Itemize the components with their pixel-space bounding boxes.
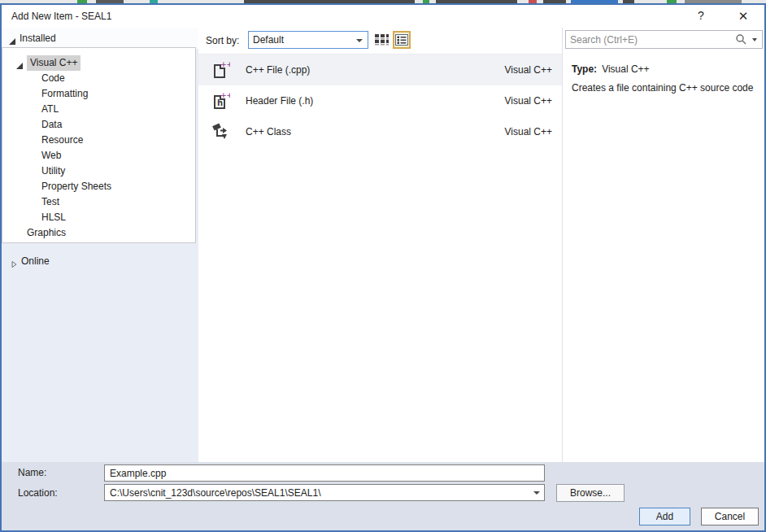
type-value: Visual C++: [602, 63, 649, 75]
template-name[interactable]: C++ File (.cpp): [246, 64, 310, 76]
tree-node-label[interactable]: Resource: [41, 133, 83, 148]
name-input[interactable]: [104, 464, 545, 482]
add-button[interactable]: Add: [639, 508, 690, 525]
tree-node-web[interactable]: Web: [2, 148, 195, 164]
search-input[interactable]: [570, 32, 733, 47]
location-label: Location:: [18, 487, 58, 499]
sort-by-label: Sort by:: [206, 35, 239, 46]
tree-node-installed[interactable]: Installed: [8, 31, 56, 46]
tree-node-visual-cpp[interactable]: Visual C++: [2, 55, 195, 71]
category-tree-pane: Installed Visual C++ Code Formatting ATL…: [2, 28, 198, 462]
tree-node-label[interactable]: Utility: [41, 164, 65, 179]
search-icon[interactable]: [735, 33, 747, 48]
sort-by-dropdown[interactable]: Default: [248, 31, 368, 49]
details-pane: Type:Visual C++ Creates a file containin…: [564, 28, 764, 462]
template-row-header-file[interactable]: h ++ Header File (.h) Visual C++: [198, 85, 562, 116]
template-row-cpp-file[interactable]: ++ C++ File (.cpp) Visual C++: [198, 55, 562, 85]
svg-text:++: ++: [220, 91, 230, 99]
location-combo[interactable]: [104, 484, 545, 502]
template-name[interactable]: Header File (.h): [246, 95, 313, 107]
expander-collapsed-icon[interactable]: [10, 258, 18, 266]
template-name[interactable]: C++ Class: [246, 126, 291, 137]
template-list: ++ C++ File (.cpp) Visual C++ h ++: [198, 54, 562, 147]
tree-node-online[interactable]: Online: [10, 254, 50, 269]
small-icons-view-button[interactable]: [372, 31, 390, 49]
template-category: Visual C++: [505, 95, 552, 107]
tree-node-formatting[interactable]: Formatting: [2, 86, 195, 102]
template-description: Creates a file containing C++ source cod…: [572, 82, 753, 94]
tree-node-label[interactable]: Formatting: [41, 86, 88, 102]
tree-node-label[interactable]: Test: [41, 194, 59, 210]
tree-node-label[interactable]: Online: [21, 254, 50, 269]
tree-node-label[interactable]: ATL: [41, 102, 59, 117]
tree-node-label[interactable]: Installed: [20, 31, 56, 46]
tree-node-property-sheets[interactable]: Property Sheets: [2, 179, 195, 194]
chevron-down-icon: [356, 39, 363, 42]
tree-node-data[interactable]: Data: [2, 117, 195, 133]
tree-node-graphics[interactable]: Graphics: [2, 225, 195, 241]
sort-by-value: Default: [253, 34, 284, 46]
tree-node-label[interactable]: HLSL: [41, 210, 66, 225]
location-input[interactable]: [104, 484, 545, 501]
screen: Add New Item - SEAL1 ? ✕ Installed: [0, 0, 766, 532]
type-label: Type:: [572, 63, 597, 75]
tree-node-resource[interactable]: Resource: [2, 133, 195, 148]
browse-button[interactable]: Browse...: [556, 484, 625, 502]
cpp-file-icon: ++: [211, 60, 230, 80]
tree-node-label[interactable]: Graphics: [27, 225, 66, 241]
tree-node-label[interactable]: Code: [41, 71, 65, 86]
header-file-icon: h ++: [211, 91, 230, 111]
dialog-title: Add New Item - SEAL1: [11, 11, 111, 22]
sort-toolbar: Sort by: Default: [198, 28, 563, 52]
list-view-icon: [394, 33, 409, 47]
tree-node-test[interactable]: Test: [2, 194, 195, 210]
template-row-cpp-class[interactable]: C++ Class Visual C++: [198, 116, 562, 147]
small-icons-view-icon: [373, 32, 390, 48]
tree-node-hlsl[interactable]: HLSL: [2, 210, 195, 225]
name-label: Name:: [18, 467, 46, 478]
tree-node-label-selected[interactable]: Visual C++: [27, 55, 81, 71]
title-bar[interactable]: Add New Item - SEAL1 ? ✕: [2, 5, 764, 28]
expander-expanded-icon[interactable]: [15, 59, 24, 68]
search-box[interactable]: [565, 30, 763, 49]
svg-text:++: ++: [220, 60, 230, 68]
tree-node-code[interactable]: Code: [2, 71, 195, 86]
cpp-class-icon: [211, 122, 230, 142]
add-new-item-dialog: Add New Item - SEAL1 ? ✕ Installed: [0, 3, 766, 532]
dialog-footer: Name: Location: Browse... Add Cancel: [2, 462, 764, 530]
tree-node-utility[interactable]: Utility: [2, 164, 195, 179]
template-list-pane: Sort by: Default: [198, 28, 563, 462]
expander-expanded-icon[interactable]: [8, 35, 16, 43]
close-button[interactable]: ✕: [725, 5, 761, 27]
template-category: Visual C++: [505, 64, 552, 76]
help-button[interactable]: ?: [683, 5, 719, 27]
tree-node-label[interactable]: Web: [41, 148, 61, 164]
dialog-body: Installed Visual C++ Code Formatting ATL…: [2, 28, 764, 462]
cancel-button[interactable]: Cancel: [701, 508, 759, 525]
list-view-button[interactable]: [393, 31, 411, 49]
tree-node-atl[interactable]: ATL: [2, 102, 195, 117]
tree-node-label[interactable]: Data: [41, 117, 62, 133]
template-category: Visual C++: [505, 126, 552, 137]
template-type-line: Type:Visual C++: [572, 63, 650, 75]
svg-text:h: h: [217, 98, 223, 107]
installed-subtree-box: Visual C++ Code Formatting ATL Data Reso…: [2, 47, 196, 243]
tree-node-label[interactable]: Property Sheets: [41, 179, 111, 194]
search-options-chevron-icon[interactable]: [752, 38, 757, 41]
